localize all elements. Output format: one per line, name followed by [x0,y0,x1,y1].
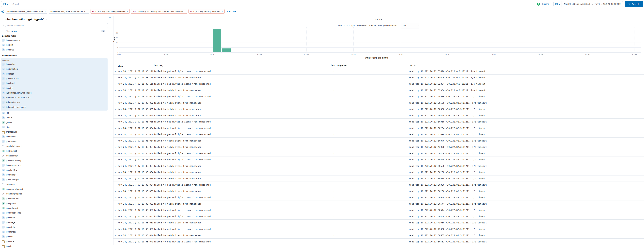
expand-row-icon[interactable]: › [115,190,116,192]
expand-row-icon[interactable]: › [115,177,116,180]
field-item[interactable]: tkubernetes.host [1,100,108,105]
field-item[interactable]: json.time [0,239,113,244]
expand-row-icon[interactable]: › [115,120,116,123]
filter-pill[interactable]: NOTjson.msg: stats query processed× [90,9,130,14]
date-from[interactable]: Nov 24, 2021 @ 07:00:00.0 [564,3,590,5]
expand-row-icon[interactable]: › [115,82,116,85]
field-item[interactable]: t_type [0,125,113,129]
sort-desc-icon[interactable] [119,65,120,66]
field-item[interactable]: ?json.numDropped [0,191,113,196]
date-to[interactable]: Nov 24, 2021 @ 08:00:00.0 [595,3,620,5]
field-item[interactable]: tjson.err [0,43,113,47]
filter-pill[interactable]: kubernetes.container_name: thanos-store× [6,9,47,14]
field-item[interactable]: tkubernetes.container_image [1,91,108,95]
field-item[interactable]: #json.partial [0,201,113,206]
expand-row-icon[interactable]: › [115,139,116,142]
field-item[interactable]: ?json.collector [0,153,113,158]
field-item[interactable]: tjson.component [0,38,113,43]
field-item[interactable]: tjson.msg [0,47,113,52]
field-item[interactable]: tjson.environment [0,163,113,168]
field-item[interactable]: tjson.tier [0,234,113,239]
field-item[interactable]: #json.cached [0,148,113,153]
date-picker-menu[interactable] [554,1,562,7]
date-range-picker[interactable]: Nov 24, 2021 @ 07:00:00.0 → Nov 24, 2021… [554,1,623,7]
expand-row-icon[interactable]: › [115,101,116,104]
filter-pill[interactable]: NOTjson.msg: successfully synchronized b… [131,9,187,14]
field-item[interactable]: tjson.level [1,81,108,86]
field-item[interactable]: tjson.fqdn [1,71,108,76]
expand-row-icon[interactable]: › [115,215,116,218]
field-item[interactable]: tjson.tag [1,86,108,90]
field-item[interactable]: thost.name [0,134,113,139]
histogram-bar[interactable] [222,48,231,52]
field-item[interactable]: tjson.stage [0,220,113,225]
field-item[interactable]: tjson.caller [1,62,108,67]
remove-filter-icon[interactable]: × [45,10,46,12]
remove-filter-icon[interactable]: × [86,10,88,12]
field-item[interactable]: tjson.group [0,172,113,177]
field-item[interactable]: #json.returned [0,206,113,211]
field-item[interactable]: tjson.target [0,230,113,234]
field-item[interactable]: tjson.shard [0,215,113,220]
remove-filter-icon[interactable]: × [127,10,128,12]
field-item[interactable]: ?json.name [0,182,113,187]
expand-row-icon[interactable]: › [115,158,116,161]
expand-row-icon[interactable]: › [115,95,116,98]
collapse-sidebar-icon[interactable]: ⇦ [109,16,111,19]
add-filter-button[interactable]: + Add filter [227,10,236,13]
expand-row-icon[interactable]: › [115,70,116,73]
query-language-button[interactable]: Lucene [542,3,550,5]
expand-row-icon[interactable]: › [115,164,116,167]
expand-row-icon[interactable]: › [115,240,116,243]
remove-filter-icon[interactable]: × [222,10,223,12]
column-header-json-component[interactable]: json.component [331,64,347,66]
field-item[interactable]: @timestamp [0,129,113,134]
field-item[interactable]: #_score [0,120,113,125]
expand-row-icon[interactable]: › [115,114,116,117]
field-item[interactable]: tkubernetes.container_name [1,95,108,100]
field-item[interactable]: t_id [0,111,113,115]
expand-row-icon[interactable]: › [115,209,116,212]
expand-row-icon[interactable]: › [115,228,116,230]
expand-row-icon[interactable]: › [115,171,116,174]
filter-by-type-button[interactable]: Filter by type [6,30,100,32]
filter-pill[interactable]: kubernetes.pod_name: thanos-store-8-1× [49,9,89,14]
field-item[interactable]: tjson.message [0,177,113,182]
field-item[interactable]: tkubernetes.pod_name [1,105,108,110]
expand-row-icon[interactable]: › [115,196,116,199]
refresh-button[interactable]: ↻ Refresh [625,1,643,7]
expand-row-icon[interactable]: › [115,152,116,155]
field-search-input[interactable] [7,24,106,27]
expand-row-icon[interactable]: › [115,126,116,129]
column-header-json-msg[interactable]: json.msg [154,64,163,66]
field-search-box[interactable] [2,23,108,28]
field-item[interactable]: tjson.scrape_pool [0,211,113,215]
field-item[interactable]: json.ts [0,244,113,248]
expand-row-icon[interactable]: › [115,221,116,224]
filter-pill[interactable]: NOTjson.msg: fetching meta data× [188,9,224,14]
expand-row-icon[interactable]: › [115,145,116,148]
field-item[interactable]: #json.num_dropped [0,187,113,191]
field-item[interactable]: t_index [0,115,113,120]
field-item[interactable]: tjson.stats [0,225,113,230]
field-item[interactable]: ?json.build_context [0,144,113,148]
field-item[interactable]: tjson.address [0,139,113,144]
saved-query-menu-button[interactable] [1,1,10,7]
field-item[interactable]: #json.numKeys [0,196,113,201]
histogram-bar[interactable] [213,29,221,52]
search-input[interactable] [10,1,530,7]
expand-row-icon[interactable]: › [115,202,116,205]
expand-row-icon[interactable]: › [115,108,116,111]
field-item[interactable]: tjson.firstKey [0,168,113,172]
expand-row-icon[interactable]: › [115,183,116,186]
index-pattern-selector[interactable]: pubsub-monitoring-inf-gprd-* [0,17,113,21]
remove-filter-icon[interactable]: × [184,10,185,12]
expand-row-icon[interactable]: › [115,133,116,136]
column-header-json-err[interactable]: json.err [409,64,416,66]
expand-row-icon[interactable]: › [115,89,116,92]
expand-row-icon[interactable]: › [115,234,116,237]
field-item[interactable]: #json.concurrency [0,158,113,163]
filter-menu-icon[interactable] [1,10,4,13]
field-item[interactable]: tjson.hostname [1,76,108,81]
expand-row-icon[interactable]: › [115,76,116,79]
